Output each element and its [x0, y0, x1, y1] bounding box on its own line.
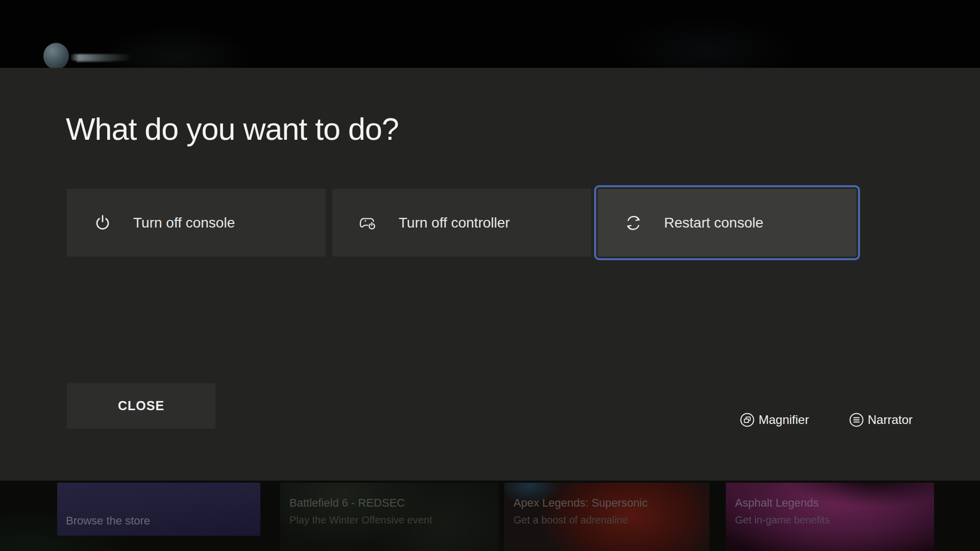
- magnifier-button[interactable]: Magnifier: [740, 412, 809, 428]
- power-options: Turn off console Turn off controller: [67, 189, 856, 257]
- power-dialog: What do you want to do? Turn off console: [0, 68, 980, 481]
- option-label: Turn off controller: [399, 215, 510, 231]
- background-light-streak-2: [77, 60, 128, 62]
- dialog-title: What do you want to do?: [66, 109, 678, 149]
- tile-title: Battlefield 6 - REDSEC: [289, 496, 405, 510]
- option-label: Restart console: [664, 215, 764, 231]
- tile-title: Asphalt Legends: [735, 496, 819, 510]
- tile-asphalt-legends: Asphalt Legends Get in-game benefits: [726, 483, 934, 551]
- narrator-label: Narrator: [868, 413, 913, 427]
- tile-title: Apex Legends: Supersonic: [513, 496, 648, 510]
- tile-subtitle: Get a boost of adrenaline: [513, 514, 628, 526]
- controller-power-icon: [358, 214, 378, 232]
- option-label: Turn off console: [133, 215, 235, 231]
- background-game-scene: [0, 0, 980, 68]
- background-home-tiles: Browse the store Battlefield 6 - REDSEC …: [0, 481, 980, 551]
- xbox-power-dialog-screen: Browse the store Battlefield 6 - REDSEC …: [0, 0, 980, 551]
- narrator-button[interactable]: Narrator: [849, 412, 913, 428]
- tile-subtitle: Play the Winter Offensive event: [289, 514, 432, 526]
- tile-title: Browse the store: [66, 514, 150, 528]
- turn-off-console-button[interactable]: Turn off console: [67, 189, 326, 257]
- background-sphere-art: [43, 43, 69, 69]
- tile-subtitle: Get in-game benefits: [735, 514, 830, 526]
- magnifier-icon: [740, 412, 755, 428]
- accessibility-shortcuts: Magnifier Narrator: [740, 412, 913, 428]
- power-icon: [92, 214, 113, 232]
- narrator-icon: [849, 412, 864, 428]
- tile-apex-legends-supersonic: Apex Legends: Supersonic Get a boost of …: [504, 483, 709, 551]
- turn-off-controller-button[interactable]: Turn off controller: [332, 189, 591, 257]
- close-button[interactable]: CLOSE: [67, 383, 215, 429]
- restart-icon: [623, 213, 644, 233]
- tile-browse-the-store: Browse the store: [57, 483, 260, 536]
- restart-console-button[interactable]: Restart console: [598, 189, 856, 257]
- tile-battlefield-6-redsec: Battlefield 6 - REDSEC Play the Winter O…: [280, 483, 499, 551]
- magnifier-label: Magnifier: [758, 413, 809, 427]
